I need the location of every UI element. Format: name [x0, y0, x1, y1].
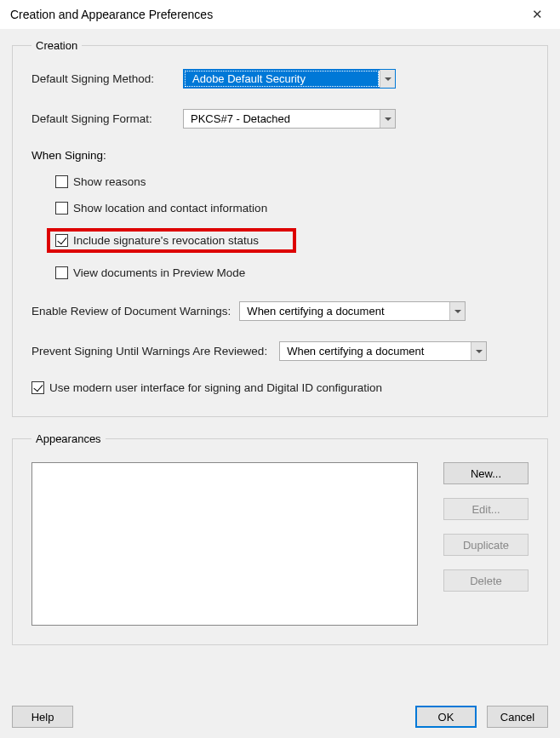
show-reasons-checkbox[interactable] [55, 175, 68, 188]
new-button[interactable]: New... [443, 462, 529, 484]
prevent-signing-select[interactable]: When certifying a document [279, 341, 487, 361]
review-warnings-value: When certifying a document [240, 302, 449, 320]
include-revocation-checkbox[interactable] [55, 234, 68, 247]
signing-format-select[interactable]: PKCS#7 - Detached [183, 109, 396, 129]
view-preview-label: View documents in Preview Mode [73, 266, 245, 279]
prevent-signing-value: When certifying a document [280, 342, 471, 360]
include-revocation-label: Include signature's revocation status [73, 234, 259, 247]
show-location-label: Show location and contact information [73, 202, 267, 215]
include-revocation-highlight: Include signature's revocation status [47, 228, 296, 253]
ok-button[interactable]: OK [415, 706, 477, 728]
creation-legend: Creation [31, 39, 82, 52]
cancel-button[interactable]: Cancel [487, 706, 548, 728]
chevron-down-icon [449, 302, 465, 320]
close-icon[interactable]: ✕ [527, 5, 548, 24]
chevron-down-icon [380, 70, 395, 88]
duplicate-button[interactable]: Duplicate [443, 534, 529, 556]
creation-group: Creation Default Signing Method: Adobe D… [12, 39, 548, 417]
chevron-down-icon [471, 342, 486, 360]
review-warnings-label: Enable Review of Document Warnings: [31, 305, 231, 318]
appearances-group: Appearances New... Edit... Duplicate Del… [12, 432, 548, 645]
signing-method-select[interactable]: Adobe Default Security [183, 69, 396, 89]
signing-format-label: Default Signing Format: [31, 112, 183, 125]
help-button[interactable]: Help [12, 706, 73, 728]
appearances-legend: Appearances [31, 432, 106, 445]
modern-ui-checkbox[interactable] [31, 381, 44, 394]
chevron-down-icon [380, 110, 395, 128]
review-warnings-select[interactable]: When certifying a document [239, 301, 466, 321]
signing-method-label: Default Signing Method: [31, 72, 183, 85]
show-location-checkbox[interactable] [55, 202, 68, 215]
prevent-signing-label: Prevent Signing Until Warnings Are Revie… [31, 345, 267, 358]
delete-button[interactable]: Delete [443, 569, 529, 592]
signing-format-value: PKCS#7 - Detached [184, 110, 380, 128]
edit-button[interactable]: Edit... [443, 498, 529, 520]
show-reasons-label: Show reasons [73, 175, 146, 188]
modern-ui-label: Use modern user interface for signing an… [49, 381, 382, 394]
appearances-listbox[interactable] [31, 462, 418, 626]
when-signing-label: When Signing: [31, 149, 529, 162]
window-title: Creation and Appearance Preferences [10, 8, 213, 21]
signing-method-value: Adobe Default Security [185, 71, 379, 87]
view-preview-checkbox[interactable] [55, 266, 68, 279]
